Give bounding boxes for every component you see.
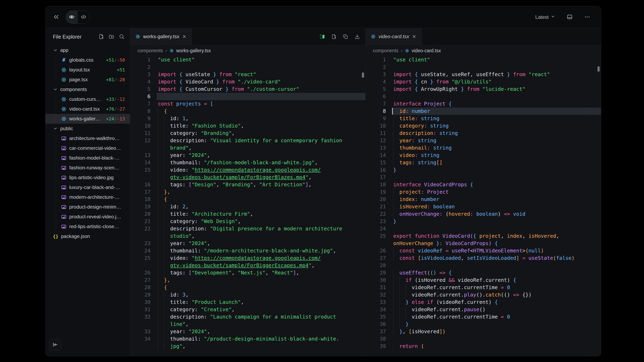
code-line-4[interactable]: 4import { cn } from "@/lib/utils": [366, 78, 601, 85]
file-item-page.tsx[interactable]: page.tsx+81/-28: [46, 75, 130, 84]
new-file-button[interactable]: [98, 34, 104, 40]
scrollbar-thumb[interactable]: [362, 72, 364, 78]
code-line-27[interactable]: 27},: [130, 277, 365, 284]
breadcrumb-file[interactable]: works-gallery.tsx: [176, 48, 211, 53]
file-item-works-galler[interactable]: works-galler…+24/-13: [46, 114, 130, 124]
code-line-28[interactable]: 28: [366, 262, 601, 269]
scrollbar-thumb[interactable]: [598, 66, 600, 72]
code-line-34[interactable]: 34videoRef.current.pause(): [366, 306, 601, 313]
code-line-33[interactable]: 33} else if (videoRef.current) {: [366, 299, 601, 306]
file-item-globals.css[interactable]: #globals.css+51/-50: [46, 55, 130, 65]
code-line-10[interactable]: 10category: string: [366, 122, 601, 130]
version-dropdown[interactable]: Latest: [534, 14, 556, 20]
code-line-12[interactable]: 12year: string: [366, 137, 601, 144]
file-item-luxury-car-black-and-[interactable]: luxury-car-black-and-…: [46, 182, 130, 192]
file-item-modern-architecture-[interactable]: modern-architecture-…: [46, 192, 130, 202]
tab-works-gallery.tsx[interactable]: works-gallery.tsx×: [130, 28, 192, 45]
code-line-wrap[interactable]: gtv-videos-bucket/sample/ForBiggerEscape…: [130, 262, 365, 269]
file-item-layout.tsx[interactable]: layout.tsx+51: [46, 65, 130, 75]
code-line-9[interactable]: 9id: 1,: [130, 115, 365, 122]
code-line-3[interactable]: 3import { useState } from "react": [130, 71, 365, 78]
code-line-4[interactable]: 4import { VideoCard } from "./video-card…: [130, 78, 365, 85]
code-line-2[interactable]: 2: [366, 63, 601, 71]
code-line-27[interactable]: 27const [isVideoLoaded, setIsVideoLoaded…: [366, 255, 601, 262]
code-line-5[interactable]: 5import { CustomCursor } from "./custom-…: [130, 85, 365, 93]
file-item-fashion-runway-scen[interactable]: fashion-runway-scen…: [46, 163, 130, 173]
code-line-22[interactable]: 22description: "Digital presence for a m…: [130, 225, 365, 232]
code-line-wrap[interactable]: gtv-videos-bucket/sample/ForBiggerBlazes…: [130, 174, 365, 181]
code-line-17[interactable]: 17: [366, 174, 601, 181]
code-line-15[interactable]: 15video: "https://commondatastorage.goog…: [130, 166, 365, 174]
code-line-6[interactable]: 6: [130, 93, 365, 100]
code-line-12[interactable]: 12description: "Visual identity for a co…: [130, 137, 365, 144]
file-item-fashion-model-black-[interactable]: fashion-model-black-…: [46, 153, 130, 163]
code-line-8[interactable]: 8id: number: [366, 107, 601, 115]
code-line-7[interactable]: 7interface Project {: [366, 100, 601, 107]
code-line-24[interactable]: 24: [366, 225, 601, 232]
code-line-17[interactable]: 17},: [130, 188, 365, 196]
code-line-6[interactable]: 6: [366, 93, 601, 100]
code-line-19[interactable]: 19id: 2,: [130, 203, 365, 210]
file-item-package.json[interactable]: {}package.json: [46, 231, 130, 241]
code-line-30[interactable]: 30title: "Product Launch",: [130, 299, 365, 306]
folder-item-components[interactable]: components: [46, 84, 130, 94]
code-line-30[interactable]: 30if (isHovered && videoRef.current) {: [366, 277, 601, 284]
folder-item-public[interactable]: public: [46, 124, 130, 133]
code-line-35[interactable]: 35videoRef.current.currentTime = 0: [366, 313, 601, 321]
tab-video-card.tsx[interactable]: video-card.tsx×: [366, 28, 422, 45]
code-line-19[interactable]: 19project: Project: [366, 188, 601, 196]
code-line-38[interactable]: 38: [366, 335, 601, 343]
code-line-1[interactable]: 1"use client": [130, 56, 365, 63]
code-line-16[interactable]: 16}: [366, 166, 601, 174]
copy-button[interactable]: [343, 34, 348, 39]
search-button[interactable]: [119, 34, 124, 40]
code-line-33[interactable]: 33year: "2024",: [130, 328, 365, 335]
code-line-31[interactable]: 31videoRef.current.currentTime = 0: [366, 284, 601, 291]
code-line-32[interactable]: 32videoRef.current.play().catch(() => {}…: [366, 291, 601, 299]
code-line-22[interactable]: 22onHoverChange: (hovered: boolean) => v…: [366, 210, 601, 218]
file-item-architecture-walkthro[interactable]: architecture-walkthro…: [46, 133, 130, 143]
file-item-red-lips-artistic-close[interactable]: red-lips-artistic-close…: [46, 222, 130, 231]
code-line-23[interactable]: 23year: "2024",: [130, 240, 365, 247]
code-line-13[interactable]: 13thumbnail: string: [366, 144, 601, 152]
code-line-28[interactable]: 28{: [130, 284, 365, 291]
code-line-36[interactable]: 36}: [366, 321, 601, 328]
code-line-21[interactable]: 21isHovered: boolean: [366, 203, 601, 210]
code-line-3[interactable]: 3import { useState, useRef, useEffect } …: [366, 71, 601, 78]
code-editor[interactable]: 1"use client"23import { useState } from …: [130, 56, 365, 356]
code-line-7[interactable]: 7const projects = [: [130, 100, 365, 107]
code-line-29[interactable]: 29useEffect(() => {: [366, 269, 601, 277]
new-file-button[interactable]: [331, 34, 337, 39]
code-line-20[interactable]: 20title: "Architecture Firm",: [130, 210, 365, 218]
breadcrumb-folder[interactable]: components: [138, 48, 163, 53]
code-line-8[interactable]: 8{: [130, 107, 365, 115]
preview-toggle-button[interactable]: [66, 11, 78, 23]
code-line-wrap[interactable]: jpg",: [130, 343, 365, 350]
code-line-21[interactable]: 21category: "Web Design",: [130, 218, 365, 225]
code-line-10[interactable]: 10title: "Fashion Studio",: [130, 122, 365, 130]
collapse-panel-button[interactable]: [49, 339, 61, 351]
breadcrumb-folder[interactable]: components: [373, 48, 398, 53]
code-editor[interactable]: 1"use client"23import { useState, useRef…: [366, 56, 601, 356]
code-line-1[interactable]: 1"use client": [366, 56, 601, 63]
code-toggle-button[interactable]: [78, 11, 90, 23]
code-line-18[interactable]: 18{: [130, 196, 365, 203]
new-folder-button[interactable]: [109, 34, 114, 40]
breadcrumb-file[interactable]: video-card.tsx: [412, 48, 441, 53]
download-button[interactable]: [354, 34, 360, 39]
code-line-wrap[interactable]: studio",: [130, 232, 365, 240]
code-line-wrap[interactable]: line",: [130, 321, 365, 328]
file-item-product-design-minim[interactable]: product-design-minim…: [46, 202, 130, 212]
code-line-37[interactable]: 37}, [isHovered]): [366, 328, 601, 335]
close-tab-icon[interactable]: ×: [182, 33, 187, 39]
code-line-14[interactable]: 14thumbnail: "/fashion-model-black-and-w…: [130, 159, 365, 166]
split-view-button[interactable]: [320, 34, 325, 39]
collapse-sidebar-button[interactable]: [52, 12, 61, 22]
code-line-32[interactable]: 32description: "Launch campaign for a mi…: [130, 313, 365, 321]
code-line-15[interactable]: 15tags: string[]: [366, 159, 601, 166]
panel-bottom-button[interactable]: [566, 13, 574, 22]
code-line-16[interactable]: 16tags: ["Design", "Branding", "Art Dire…: [130, 181, 365, 188]
code-line-wrap[interactable]: onHoverChange }: VideoCardProps) {: [366, 240, 601, 247]
code-line-20[interactable]: 20index: number: [366, 196, 601, 203]
close-tab-icon[interactable]: ×: [412, 33, 416, 39]
